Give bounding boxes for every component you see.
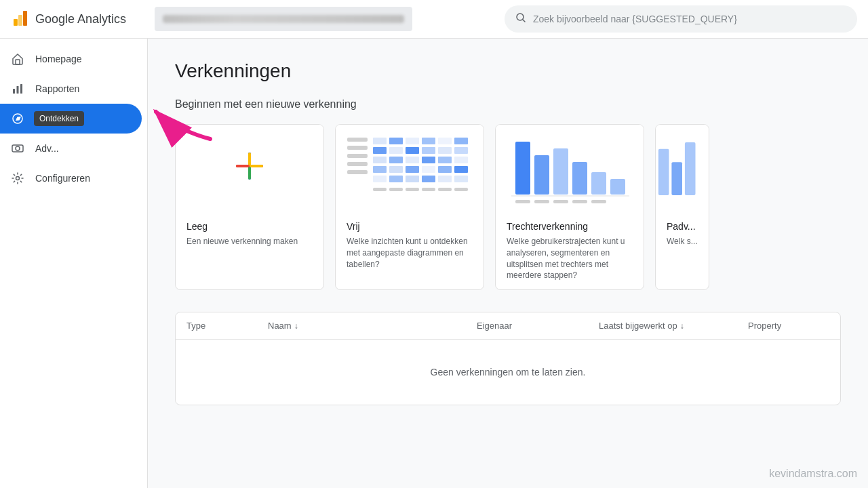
card-vrij-info: Vrij Welke inzichten kunt u ontdekken me… bbox=[336, 213, 484, 278]
svg-rect-49 bbox=[438, 166, 452, 173]
svg-rect-66 bbox=[572, 162, 587, 195]
svg-rect-21 bbox=[250, 165, 263, 167]
svg-point-13 bbox=[16, 177, 20, 180]
svg-rect-76 bbox=[671, 162, 682, 195]
card-partial-title: Padv... bbox=[667, 221, 698, 232]
col-header-eigenaar: Eigenaar bbox=[477, 321, 599, 331]
svg-rect-23 bbox=[347, 146, 368, 150]
ontdekken-icon bbox=[11, 112, 24, 125]
svg-rect-31 bbox=[438, 138, 452, 144]
svg-rect-1 bbox=[18, 15, 22, 26]
sidebar-item-rapporten[interactable]: Rapporten bbox=[0, 74, 142, 104]
app-logo: Google Analytics bbox=[11, 9, 146, 28]
svg-rect-20 bbox=[236, 165, 250, 167]
svg-rect-37 bbox=[438, 147, 452, 154]
table-header: Type Naam ↓ Eigenaar Laatst bijgewerkt o… bbox=[176, 312, 840, 340]
card-partial-visual bbox=[656, 125, 709, 213]
svg-rect-57 bbox=[373, 188, 387, 191]
svg-rect-39 bbox=[373, 157, 387, 163]
svg-rect-61 bbox=[438, 188, 452, 191]
svg-rect-45 bbox=[373, 166, 387, 173]
bijgewerkt-sort-icon[interactable]: ↓ bbox=[680, 321, 684, 331]
ga-logo-icon bbox=[11, 9, 30, 28]
svg-rect-56 bbox=[454, 176, 468, 182]
table-empty-message: Geen verkenningen om te laten zien. bbox=[176, 340, 840, 405]
card-vrij[interactable]: Vrij Welke inzichten kunt u ontdekken me… bbox=[335, 124, 484, 290]
svg-rect-27 bbox=[373, 138, 387, 144]
plus-icon bbox=[233, 150, 266, 188]
card-leeg[interactable]: Leeg Een nieuwe verkenning maken bbox=[175, 124, 324, 290]
svg-rect-29 bbox=[406, 138, 419, 144]
svg-rect-32 bbox=[454, 138, 468, 144]
svg-rect-22 bbox=[347, 138, 368, 142]
svg-rect-0 bbox=[14, 19, 18, 26]
sidebar: Homepage Rapporten Ontdekken bbox=[0, 39, 148, 488]
sidebar-item-adverteren[interactable]: Adv... bbox=[0, 134, 142, 163]
svg-rect-2 bbox=[23, 11, 27, 26]
svg-rect-63 bbox=[515, 142, 530, 195]
col-header-type: Type bbox=[186, 321, 268, 331]
card-trechter[interactable]: Trechterverkenning Welke gebruikerstraje… bbox=[495, 124, 644, 290]
svg-rect-64 bbox=[534, 155, 549, 195]
svg-point-10 bbox=[17, 118, 19, 120]
card-vrij-desc: Welke inzichten kunt u ontdekken met aan… bbox=[347, 236, 473, 270]
rapporten-icon bbox=[11, 82, 24, 96]
card-partial-info: Padv... Welk s... bbox=[656, 213, 709, 256]
sidebar-item-ontdekken[interactable]: Ontdekken Ontdekken bbox=[0, 104, 142, 134]
svg-rect-47 bbox=[406, 166, 419, 173]
card-leeg-title: Leeg bbox=[186, 221, 313, 232]
account-selector[interactable] bbox=[155, 7, 412, 31]
card-leeg-visual bbox=[176, 125, 323, 213]
svg-rect-18 bbox=[248, 152, 251, 166]
svg-rect-59 bbox=[406, 188, 419, 191]
col-header-naam: Naam ↓ bbox=[268, 321, 477, 331]
svg-rect-58 bbox=[389, 188, 403, 191]
svg-rect-48 bbox=[422, 166, 435, 173]
explorations-table: Type Naam ↓ Eigenaar Laatst bijgewerkt o… bbox=[175, 312, 841, 405]
svg-rect-71 bbox=[534, 200, 549, 203]
svg-rect-35 bbox=[406, 147, 419, 154]
card-partial-desc: Welk s... bbox=[667, 236, 698, 247]
search-icon bbox=[515, 12, 526, 26]
watermark: kevindamstra.com bbox=[769, 468, 857, 480]
col-header-property: Property bbox=[748, 321, 829, 331]
svg-rect-68 bbox=[610, 179, 625, 195]
section-subtitle: Beginnen met een nieuwe verkenning bbox=[175, 98, 841, 110]
svg-rect-55 bbox=[438, 176, 452, 182]
adverteren-icon bbox=[11, 142, 24, 155]
sidebar-label-homepage: Homepage bbox=[35, 54, 82, 64]
sidebar-label-adverteren: Adv... bbox=[35, 143, 59, 154]
svg-rect-65 bbox=[553, 148, 568, 195]
svg-rect-33 bbox=[373, 147, 387, 154]
svg-rect-26 bbox=[347, 170, 368, 174]
svg-rect-75 bbox=[658, 149, 669, 195]
svg-rect-72 bbox=[553, 200, 568, 203]
svg-rect-6 bbox=[13, 89, 15, 94]
svg-rect-5 bbox=[16, 60, 20, 64]
svg-rect-73 bbox=[572, 200, 587, 203]
card-partial[interactable]: Padv... Welk s... bbox=[655, 124, 709, 290]
svg-rect-7 bbox=[17, 86, 19, 94]
sidebar-label-configureren: Configureren bbox=[35, 173, 90, 184]
configureren-icon bbox=[11, 171, 24, 185]
card-trechter-title: Trechterverkenning bbox=[507, 221, 633, 232]
svg-rect-70 bbox=[515, 200, 530, 203]
app-title: Google Analytics bbox=[35, 12, 126, 26]
svg-rect-44 bbox=[454, 157, 468, 163]
svg-rect-54 bbox=[422, 176, 435, 182]
sidebar-item-configureren[interactable]: Configureren bbox=[0, 163, 142, 193]
svg-rect-36 bbox=[422, 147, 435, 154]
svg-rect-19 bbox=[248, 166, 251, 180]
card-trechter-info: Trechterverkenning Welke gebruikerstraje… bbox=[496, 213, 644, 289]
svg-rect-25 bbox=[347, 162, 368, 166]
search-bar[interactable]: Zoek bijvoorbeeld naar {SUGGESTED_QUERY} bbox=[505, 5, 857, 33]
svg-rect-30 bbox=[422, 138, 435, 144]
svg-rect-24 bbox=[347, 154, 368, 158]
account-selector-value bbox=[163, 15, 404, 23]
svg-point-12 bbox=[16, 146, 20, 150]
svg-rect-51 bbox=[373, 176, 387, 182]
sidebar-item-homepage[interactable]: Homepage bbox=[0, 44, 142, 74]
sidebar-label-rapporten: Rapporten bbox=[35, 83, 79, 94]
naam-sort-icon[interactable]: ↓ bbox=[294, 321, 298, 331]
svg-rect-62 bbox=[454, 188, 468, 191]
